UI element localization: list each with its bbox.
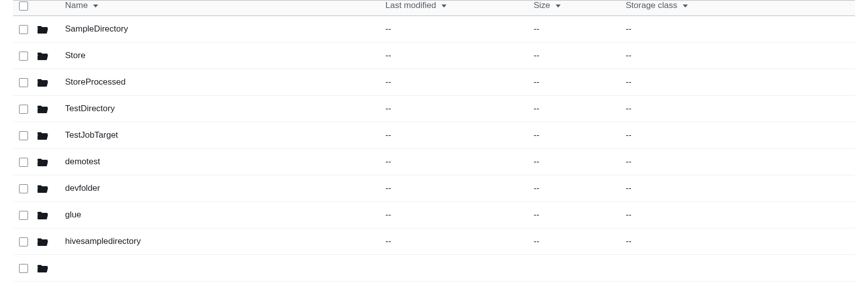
object-storage-class: -- <box>620 16 855 43</box>
folder-icon <box>37 78 48 87</box>
object-name[interactable]: Store <box>59 43 379 69</box>
column-header-last-modified[interactable]: Last modified <box>379 1 528 16</box>
folder-icon <box>37 131 48 140</box>
table-row[interactable]: devfolder -- -- -- <box>13 175 855 202</box>
column-header-label: Last modified <box>385 1 436 10</box>
table-header-row: Name Last modified Size Storage class <box>13 1 855 16</box>
row-checkbox[interactable] <box>19 131 28 140</box>
folder-icon <box>37 52 48 61</box>
object-size: -- <box>528 149 620 175</box>
object-name[interactable]: devfolder <box>59 175 379 202</box>
folder-icon <box>37 184 48 193</box>
folder-icon <box>37 264 48 273</box>
object-last-modified: -- <box>379 175 528 202</box>
sort-caret-icon <box>442 5 447 8</box>
object-size: -- <box>528 16 620 43</box>
object-last-modified: -- <box>379 69 528 96</box>
object-storage-class: -- <box>620 96 855 122</box>
object-size: -- <box>528 175 620 202</box>
row-checkbox[interactable] <box>19 184 28 193</box>
object-size: -- <box>528 122 620 149</box>
table-row[interactable]: demotest -- -- -- <box>13 149 855 175</box>
object-last-modified: -- <box>379 43 528 69</box>
object-name[interactable]: SampleDirectory <box>59 16 379 43</box>
object-storage-class: -- <box>620 175 855 202</box>
object-name[interactable]: TestDirectory <box>59 96 379 122</box>
row-checkbox[interactable] <box>19 105 28 114</box>
select-all-checkbox[interactable] <box>19 2 28 11</box>
row-checkbox[interactable] <box>19 25 28 34</box>
object-size: -- <box>528 43 620 69</box>
folder-icon <box>37 211 48 220</box>
folder-icon <box>37 25 48 34</box>
object-last-modified: -- <box>379 122 528 149</box>
object-storage-class: -- <box>620 228 855 255</box>
column-header-storage-class[interactable]: Storage class <box>620 1 855 16</box>
sort-caret-icon <box>93 5 98 8</box>
object-last-modified: -- <box>379 96 528 122</box>
column-header-label: Name <box>65 1 88 10</box>
row-checkbox[interactable] <box>19 264 28 273</box>
table-row[interactable]: TestDirectory -- -- -- <box>13 96 855 122</box>
table-row[interactable]: StoreProcessed -- -- -- <box>13 69 855 96</box>
object-name[interactable]: glue <box>59 202 379 228</box>
table-row[interactable]: hivesampledirectory -- -- -- <box>13 228 855 255</box>
object-name[interactable]: demotest <box>59 149 379 175</box>
object-size: -- <box>528 228 620 255</box>
row-checkbox[interactable] <box>19 211 28 220</box>
column-header-label: Storage class <box>626 1 677 10</box>
object-storage-class: -- <box>620 69 855 96</box>
column-header-label: Size <box>534 1 550 10</box>
object-storage-class: -- <box>620 149 855 175</box>
row-checkbox[interactable] <box>19 78 28 87</box>
object-size: -- <box>528 69 620 96</box>
table-row[interactable]: TestJobTarget -- -- -- <box>13 122 855 149</box>
object-name[interactable]: hivesampledirectory <box>59 228 379 255</box>
object-last-modified: -- <box>379 16 528 43</box>
object-size: -- <box>528 202 620 228</box>
table-row[interactable]: glue -- -- -- <box>13 202 855 228</box>
object-storage-class: -- <box>620 122 855 149</box>
table-row[interactable]: Store -- -- -- <box>13 43 855 69</box>
object-last-modified: -- <box>379 149 528 175</box>
object-name[interactable]: StoreProcessed <box>59 69 379 96</box>
folder-icon <box>37 105 48 114</box>
folder-icon <box>37 158 48 167</box>
row-checkbox[interactable] <box>19 237 28 246</box>
object-size: -- <box>528 96 620 122</box>
folder-icon <box>37 237 48 246</box>
column-header-name[interactable]: Name <box>59 1 379 16</box>
sort-caret-icon <box>556 5 561 8</box>
table-row[interactable] <box>13 255 855 281</box>
column-header-size[interactable]: Size <box>528 1 620 16</box>
object-table: Name Last modified Size Storage class <box>13 0 855 281</box>
object-storage-class: -- <box>620 202 855 228</box>
sort-caret-icon <box>683 5 688 8</box>
row-checkbox[interactable] <box>19 52 28 61</box>
object-storage-class: -- <box>620 43 855 69</box>
table-row[interactable]: SampleDirectory -- -- -- <box>13 16 855 43</box>
object-last-modified: -- <box>379 202 528 228</box>
row-checkbox[interactable] <box>19 158 28 167</box>
object-last-modified: -- <box>379 228 528 255</box>
object-name[interactable]: TestJobTarget <box>59 122 379 149</box>
